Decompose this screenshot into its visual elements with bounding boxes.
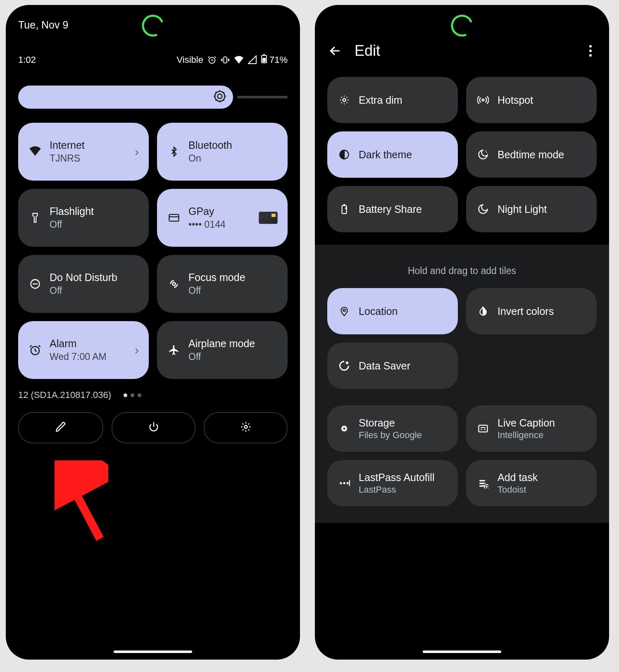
tile-subtitle: Off (188, 351, 255, 362)
vibrate-icon (221, 55, 230, 64)
back-button[interactable] (327, 43, 343, 59)
carrier-label: Visible (177, 55, 203, 65)
tile-label: Battery Share (359, 203, 422, 215)
svg-point-7 (215, 91, 225, 101)
tile-title: Airplane mode (188, 338, 255, 350)
tile-subtitle: Off (188, 285, 245, 296)
brightness-slider[interactable] (18, 86, 288, 109)
svg-point-26 (340, 482, 342, 484)
settings-button[interactable] (204, 412, 288, 443)
dnd-icon (28, 277, 42, 291)
tile-label: Dark theme (359, 149, 412, 161)
tile-title: Live Caption (498, 417, 555, 429)
power-button[interactable] (112, 412, 195, 443)
svg-point-18 (343, 99, 346, 102)
svg-point-17 (589, 54, 592, 57)
tile-title: Internet (50, 139, 85, 151)
svg-point-14 (450, 13, 474, 38)
focus-mode-tile[interactable]: Focus mode Off (157, 255, 288, 313)
build-label: 12 (SD1A.210817.036) (18, 390, 111, 400)
tile-label: Bedtime mode (498, 149, 564, 161)
alarm-icon (28, 343, 42, 357)
available-tiles-drawer: Hold and drag to add tiles Location Inve… (315, 245, 609, 523)
bluetooth-icon (167, 145, 181, 159)
focus-icon (167, 277, 181, 291)
extra-dim-tile[interactable]: Extra dim (327, 77, 458, 123)
loading-spinner-icon (450, 13, 474, 38)
tile-subtitle: Intelligence (498, 430, 555, 441)
tile-subtitle: Off (50, 285, 117, 296)
svg-point-19 (482, 99, 484, 101)
battery-icon (261, 54, 267, 66)
page-indicator (124, 393, 141, 397)
flashlight-tile[interactable]: Flashlight Off (18, 189, 149, 247)
tile-label: Extra dim (359, 94, 402, 106)
svg-rect-2 (224, 57, 226, 63)
alarm-icon (207, 55, 217, 64)
svg-point-16 (589, 50, 592, 52)
loading-spinner-icon (140, 13, 165, 38)
edit-tiles-screen: Edit Extra dim Hotspot (315, 5, 609, 660)
alarm-tile[interactable]: Alarm Wed 7:00 AM › (18, 321, 149, 379)
svg-point-6 (218, 94, 222, 99)
bluetooth-tile[interactable]: Bluetooth On (157, 123, 288, 181)
hotspot-tile[interactable]: Hotspot (466, 77, 597, 123)
hotspot-icon (476, 93, 490, 107)
home-indicator[interactable] (423, 651, 501, 653)
tile-title: LastPass Autofill (359, 472, 434, 484)
chevron-right-icon: › (135, 145, 139, 159)
tile-label: Hotspot (498, 94, 533, 106)
gpay-tile[interactable]: GPay •••• 0144 (157, 189, 288, 247)
flashlight-icon (28, 211, 42, 225)
do-not-disturb-tile[interactable]: Do Not Disturb Off (18, 255, 149, 313)
tile-subtitle: •••• 0144 (188, 219, 226, 230)
home-indicator[interactable] (114, 651, 192, 653)
brightness-icon (213, 90, 226, 105)
data-saver-icon (337, 359, 351, 373)
svg-line-13 (63, 469, 100, 539)
bedtime-mode-tile[interactable]: Bedtime mode (466, 131, 597, 178)
page-title: Edit (355, 42, 380, 60)
tile-title: Storage (359, 417, 422, 429)
chevron-right-icon: › (135, 343, 139, 357)
data-saver-tile[interactable]: Data Saver (327, 343, 458, 389)
tile-label: Data Saver (359, 360, 410, 372)
night-light-tile[interactable]: Night Light (466, 186, 597, 232)
svg-point-28 (347, 482, 349, 484)
power-icon (148, 421, 160, 434)
tile-label: Location (359, 305, 398, 317)
tile-subtitle: Wed 7:00 AM (50, 351, 107, 362)
tile-subtitle: Off (50, 219, 94, 230)
svg-point-12 (244, 426, 247, 429)
battery-share-tile[interactable]: Battery Share (327, 186, 458, 232)
storage-tile[interactable]: Storage Files by Google (327, 405, 458, 452)
tile-label: Invert colors (498, 305, 554, 317)
tile-title: GPay (188, 205, 226, 217)
svg-rect-25 (479, 425, 488, 432)
live-caption-tile[interactable]: Live Caption Intelligence (466, 405, 597, 452)
dark-theme-tile[interactable]: Dark theme (327, 131, 458, 178)
invert-colors-tile[interactable]: Invert colors (466, 288, 597, 334)
invert-colors-icon (476, 304, 490, 318)
edit-button[interactable] (18, 412, 103, 443)
tile-title: Focus mode (188, 272, 245, 284)
night-light-icon (476, 202, 490, 216)
more-button[interactable] (584, 43, 597, 59)
lastpass-autofill-tile[interactable]: LastPass Autofill LastPass (327, 460, 458, 506)
gear-icon (240, 421, 252, 434)
tile-title: Alarm (50, 338, 107, 350)
airplane-mode-tile[interactable]: Airplane mode Off (157, 321, 288, 379)
internet-tile[interactable]: Internet TJNRS › (18, 123, 149, 181)
svg-point-22 (343, 309, 345, 311)
tile-title: Do Not Disturb (50, 272, 117, 284)
svg-point-27 (343, 482, 345, 484)
location-tile[interactable]: Location (327, 288, 458, 334)
svg-rect-4 (262, 58, 266, 62)
add-task-tile[interactable]: Add task Todoist (466, 460, 597, 506)
wifi-icon (28, 145, 42, 159)
svg-point-15 (589, 45, 592, 48)
tile-title: Add task (498, 472, 538, 484)
tile-title: Bluetooth (188, 139, 232, 151)
time-label: 1:02 (18, 55, 36, 65)
quick-settings-screen: Tue, Nov 9 1:02 Visible (6, 5, 300, 660)
